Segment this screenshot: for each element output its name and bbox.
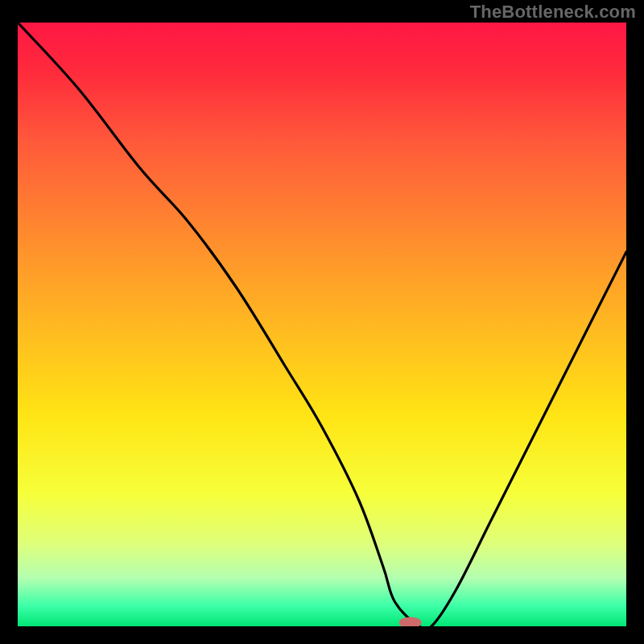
gradient-background <box>18 23 626 626</box>
watermark-text: TheBottleneck.com <box>470 2 636 23</box>
chart-frame: TheBottleneck.com <box>0 0 644 644</box>
plot-area <box>18 23 626 626</box>
bottleneck-chart <box>18 23 626 626</box>
